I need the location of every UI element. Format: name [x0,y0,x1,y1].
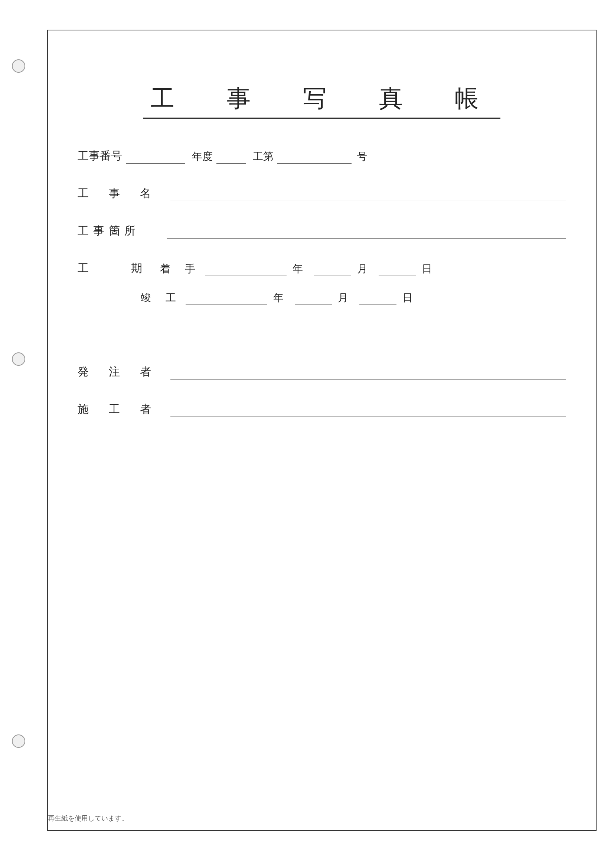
hatchusha-label: 発 注 者 [78,364,155,380]
kojikasho-row: 工事箇所 [78,223,566,239]
nendo-label: 年度 [192,149,213,164]
shunko-nen-label: 年 [273,291,284,305]
shunko-tsuki-field[interactable] [295,296,332,305]
hatchusha-field[interactable] [170,370,566,380]
go-label: 号 [357,149,367,164]
document-title: 工 事 写 真 帳 [143,82,501,119]
chakushu-hi-label: 日 [422,262,432,276]
hole-punch-mid [12,352,25,366]
koki-shunko-row: 竣 工 年 月 日 [78,291,566,305]
document: 工 事 写 真 帳 工事番号 年度 工第 号 工 事 名 工事箇所 工 期 着 … [47,29,597,831]
footer-note: 再生紙を使用しています。 [48,814,128,823]
shunko-field[interactable] [186,296,267,305]
koseki-field[interactable] [277,163,351,164]
chakushu-nen-label: 年 [292,262,303,276]
shunko-label: 竣 工 [141,291,178,305]
chakushu-tsuki-field[interactable] [314,267,351,276]
hatchusha-row: 発 注 者 [78,364,566,380]
hole-punch-top [12,59,25,73]
sekosha-label: 施 工 者 [78,402,155,417]
spacer [78,320,566,364]
page: 工 事 写 真 帳 工事番号 年度 工第 号 工 事 名 工事箇所 工 期 着 … [0,0,614,868]
kojikasho-field[interactable] [167,229,566,239]
kojikasho-label: 工事箇所 [78,223,152,239]
nendo-field[interactable] [216,163,246,164]
chakushu-tsuki-label: 月 [357,262,367,276]
title-section: 工 事 写 真 帳 [78,82,566,119]
shunko-hi-label: 日 [403,291,413,305]
sekosha-field[interactable] [170,408,566,417]
chakushu-field[interactable] [205,267,287,276]
kojimei-row: 工 事 名 [78,186,566,201]
shunko-tsuki-label: 月 [338,291,348,305]
kojimei-label: 工 事 名 [78,186,155,201]
koseki-label: 工第 [253,149,274,164]
chakushu-hi-field[interactable] [379,267,416,276]
koki-chakushu-row: 工 期 着 手 年 月 日 [78,261,566,276]
chakushu-label: 着 手 [160,262,197,276]
hole-punch-bot [12,735,25,748]
kojibango-field[interactable] [126,163,185,164]
kojimei-field[interactable] [170,192,566,201]
kojibango-label: 工事番号 [78,148,122,164]
koki-label: 工 期 [78,261,149,276]
shunko-hi-field[interactable] [359,296,396,305]
kojibango-row: 工事番号 年度 工第 号 [78,148,566,164]
sekosha-row: 施 工 者 [78,402,566,417]
